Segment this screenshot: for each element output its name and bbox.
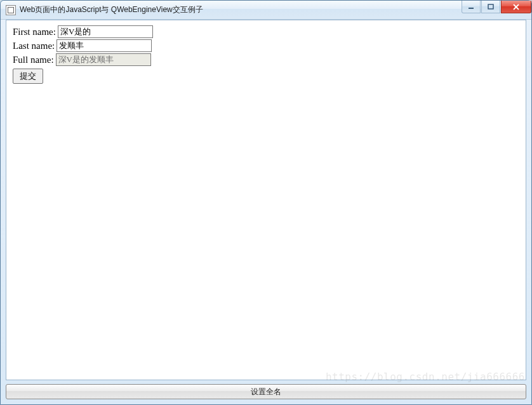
maximize-button[interactable] xyxy=(481,1,500,13)
last-name-label: Last name: xyxy=(13,41,55,51)
app-icon xyxy=(6,5,16,15)
app-window: Web页面中的JavaScript与 QWebEngineView交互例子 Fi… xyxy=(0,0,532,405)
svg-rect-1 xyxy=(488,4,493,9)
titlebar[interactable]: Web页面中的JavaScript与 QWebEngineView交互例子 xyxy=(1,1,531,20)
window-title: Web页面中的JavaScript与 QWebEngineView交互例子 xyxy=(20,4,203,15)
full-name-label: Full name: xyxy=(13,55,54,65)
submit-button[interactable]: 提交 xyxy=(13,69,43,84)
last-name-input[interactable] xyxy=(57,39,152,52)
first-name-row: First name: xyxy=(13,25,519,38)
web-view: First name: Last name: Full name: 提交 xyxy=(6,20,526,380)
last-name-row: Last name: xyxy=(13,39,519,52)
maximize-icon xyxy=(488,4,494,10)
bottom-bar: 设置全名 xyxy=(6,384,526,399)
full-name-row: Full name: xyxy=(13,53,519,66)
first-name-input[interactable] xyxy=(58,25,153,38)
first-name-label: First name: xyxy=(13,27,56,37)
minimize-button[interactable] xyxy=(462,1,481,13)
close-button[interactable] xyxy=(501,1,531,13)
full-name-output xyxy=(56,53,151,66)
window-controls xyxy=(461,1,531,15)
close-icon xyxy=(512,4,520,10)
client-area: First name: Last name: Full name: 提交 设置全… xyxy=(6,20,526,399)
set-fullname-button[interactable]: 设置全名 xyxy=(6,384,526,399)
minimize-icon xyxy=(468,4,474,10)
